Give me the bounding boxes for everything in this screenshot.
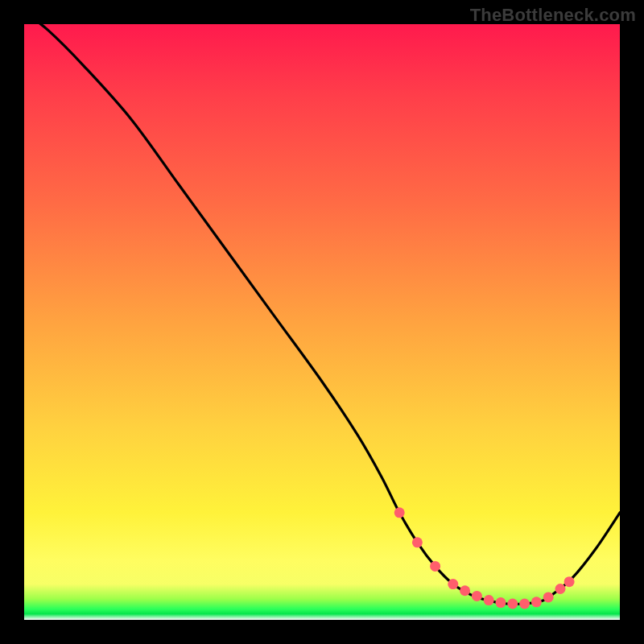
plot-area — [24, 24, 620, 620]
highlight-dot — [448, 579, 458, 589]
bottleneck-curve — [24, 12, 620, 604]
highlight-dot — [412, 537, 423, 547]
watermark-text: TheBottleneck.com — [470, 5, 636, 26]
highlight-dot — [484, 595, 494, 605]
highlight-markers — [394, 507, 575, 609]
curve-overlay — [24, 24, 620, 620]
highlight-dot — [496, 597, 506, 608]
highlight-dot — [472, 591, 482, 601]
highlight-dot — [564, 576, 575, 587]
highlight-dot — [507, 599, 518, 609]
highlight-dot — [394, 507, 405, 518]
highlight-dot — [519, 599, 530, 609]
chart-root: TheBottleneck.com — [0, 0, 644, 644]
highlight-dot — [460, 585, 470, 596]
highlight-dot — [555, 584, 566, 594]
highlight-dot — [543, 592, 554, 602]
highlight-dot — [531, 597, 542, 607]
highlight-dot — [430, 561, 440, 572]
